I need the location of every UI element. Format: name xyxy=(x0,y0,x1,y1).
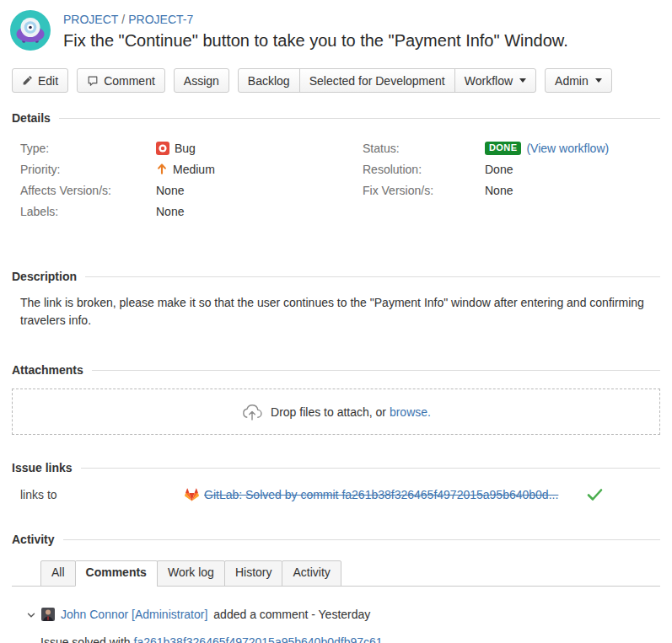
assign-button-label: Assign xyxy=(184,74,219,88)
affects-version-label: Affects Version/s: xyxy=(20,184,156,197)
field-resolution: Resolution: Done xyxy=(363,158,660,180)
details-heading: Details xyxy=(12,111,660,125)
selected-for-development-button[interactable]: Selected for Development xyxy=(299,68,455,93)
comment-button[interactable]: Comment xyxy=(77,68,165,93)
status-label: Status: xyxy=(363,142,485,155)
field-labels: Labels: None xyxy=(20,201,363,222)
details-left-column: Type: Bug Priority: Medium Aff xyxy=(20,137,363,222)
affects-version-value: None xyxy=(156,184,184,197)
description-text: The link is broken, please make it so th… xyxy=(20,294,660,330)
attachments-heading-label: Attachments xyxy=(12,363,83,377)
backlog-button-label: Backlog xyxy=(248,74,290,88)
admin-dropdown-button[interactable]: Admin xyxy=(545,68,612,93)
fix-version-value: None xyxy=(485,184,513,197)
fix-version-label: Fix Version/s: xyxy=(363,184,485,197)
details-section: Details Type: Bug Priority: Me xyxy=(12,111,660,222)
gitlab-icon xyxy=(185,488,199,501)
issue-header: PROJECT/PROJECT-7 Fix the "Continue" but… xyxy=(0,0,672,51)
page-title: Fix the "Continue" button to take you to… xyxy=(63,31,568,51)
tab-work-log[interactable]: Work log xyxy=(157,560,225,587)
browse-link[interactable]: browse. xyxy=(390,405,431,419)
attachments-section: Attachments Drop files to attach, or bro… xyxy=(12,363,660,435)
breadcrumb-separator: / xyxy=(121,13,125,26)
details-heading-label: Details xyxy=(12,111,51,125)
priority-medium-icon xyxy=(156,163,168,175)
comment-author-link[interactable]: John Connor [Administrator] xyxy=(61,608,207,621)
comment-button-label: Comment xyxy=(104,74,155,88)
tab-comments[interactable]: Comments xyxy=(75,560,158,587)
workflow-dropdown-button[interactable]: Workflow xyxy=(454,68,536,93)
heading-rule xyxy=(63,539,660,540)
comment-action-text: added a comment - Yesterday xyxy=(213,608,370,621)
heading-rule xyxy=(81,468,660,469)
comment-bubble-icon xyxy=(87,75,99,87)
tab-activity[interactable]: Activity xyxy=(282,560,341,587)
details-right-column: Status: DONE (View workflow) Resolution:… xyxy=(363,137,660,222)
heading-rule xyxy=(59,118,660,119)
field-status: Status: DONE (View workflow) xyxy=(363,137,660,158)
comment-text: Issue solved with xyxy=(40,635,134,643)
field-fix-version: Fix Version/s: None xyxy=(363,180,660,201)
pencil-icon xyxy=(22,75,33,86)
resolution-label: Resolution: xyxy=(363,163,485,176)
heading-rule xyxy=(85,276,660,277)
caret-down-icon xyxy=(519,78,526,83)
selected-for-development-label: Selected for Development xyxy=(309,74,445,88)
breadcrumb-project-link[interactable]: PROJECT xyxy=(63,13,118,26)
issue-links-heading: Issue links xyxy=(12,461,660,474)
backlog-button[interactable]: Backlog xyxy=(238,68,300,93)
priority-label: Priority: xyxy=(20,163,156,176)
resolution-value: Done xyxy=(485,163,513,176)
workflow-button-group: Backlog Selected for Development Workflo… xyxy=(238,68,536,93)
status-badge: DONE xyxy=(485,142,521,155)
edit-button-label: Edit xyxy=(38,74,58,88)
project-avatar xyxy=(10,10,51,51)
field-priority: Priority: Medium xyxy=(20,158,363,180)
priority-value: Medium xyxy=(173,163,215,176)
edit-button[interactable]: Edit xyxy=(12,68,68,93)
cloud-upload-icon xyxy=(241,403,263,421)
alien-ufo-avatar-icon xyxy=(10,10,51,51)
field-type: Type: Bug xyxy=(20,137,363,158)
view-workflow-link[interactable]: (View workflow) xyxy=(526,142,609,155)
link-relation-label: links to xyxy=(20,488,185,501)
tab-history[interactable]: History xyxy=(224,560,283,587)
breadcrumb: PROJECT/PROJECT-7 xyxy=(63,10,568,27)
labels-value: None xyxy=(156,205,184,218)
issue-link-row: links to GitLab: Solved by commit fa261b… xyxy=(12,488,660,501)
assign-button[interactable]: Assign xyxy=(174,68,229,93)
workflow-button-label: Workflow xyxy=(465,74,513,88)
comment-body: Issue solved with fa261b38f326465f497201… xyxy=(40,634,660,643)
issue-toolbar: Edit Comment Assign Backlog Selected for… xyxy=(12,68,660,93)
dropzone-text: Drop files to attach, or browse. xyxy=(271,405,431,419)
heading-rule xyxy=(92,370,660,371)
type-value: Bug xyxy=(175,142,196,155)
description-heading-label: Description xyxy=(12,270,77,283)
field-affects-version: Affects Version/s: None xyxy=(20,180,363,201)
labels-label: Labels: xyxy=(20,205,156,218)
activity-heading-label: Activity xyxy=(12,533,55,546)
attachments-heading: Attachments xyxy=(12,363,660,377)
comment-header: John Connor [Administrator] added a comm… xyxy=(27,608,660,621)
admin-button-label: Admin xyxy=(555,74,589,88)
comment-text-suffix: . xyxy=(383,635,386,643)
activity-section: Activity All Comments Work log History A… xyxy=(12,533,660,587)
commit-hash-link[interactable]: fa261b38f326465f4972015a95b640b0dfb97c61 xyxy=(134,635,383,643)
type-label: Type: xyxy=(20,142,156,155)
user-avatar xyxy=(41,608,55,621)
chevron-down-icon[interactable] xyxy=(27,610,35,619)
comment-item: John Connor [Administrator] added a comm… xyxy=(27,608,660,643)
description-section: Description The link is broken, please m… xyxy=(12,270,660,330)
green-check-icon xyxy=(587,488,603,501)
activity-heading: Activity xyxy=(12,533,660,546)
issue-links-heading-label: Issue links xyxy=(12,461,73,474)
attachment-dropzone[interactable]: Drop files to attach, or browse. xyxy=(12,388,660,435)
gitlab-commit-link[interactable]: GitLab: Solved by commit fa261b38f326465… xyxy=(204,488,558,501)
caret-down-icon xyxy=(595,78,602,83)
activity-tabs: All Comments Work log History Activity xyxy=(12,560,660,587)
description-heading: Description xyxy=(12,270,660,283)
tab-all[interactable]: All xyxy=(40,560,76,587)
bug-icon xyxy=(156,142,169,155)
title-block: PROJECT/PROJECT-7 Fix the "Continue" but… xyxy=(63,10,568,51)
breadcrumb-issue-link[interactable]: PROJECT-7 xyxy=(128,13,193,26)
